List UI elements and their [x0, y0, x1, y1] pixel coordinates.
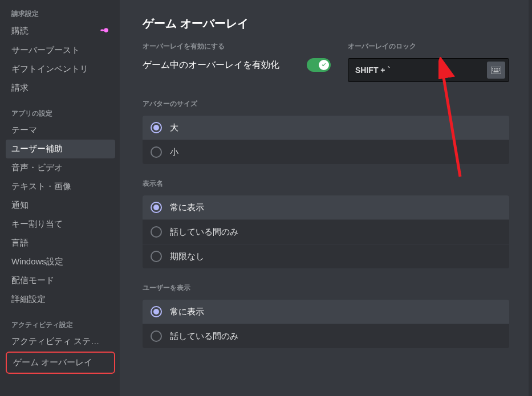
nitro-icon	[99, 25, 109, 37]
settings-content: ゲーム オーバーレイ オーバーレイを有効にする ゲーム中のオーバーレイを有効化 …	[120, 0, 532, 396]
enable-overlay-header: オーバーレイを有効にする	[143, 42, 331, 51]
sidebar-item-label: ゲーム オーバーレイ	[13, 357, 92, 368]
sidebar-item-advanced[interactable]: 詳細設定	[6, 290, 115, 309]
radio-icon	[151, 122, 162, 133]
sidebar-item-label: ギフトインベントリ	[11, 64, 88, 75]
avatar-size-option-small[interactable]: 小	[143, 140, 509, 164]
sidebar-item-notifications[interactable]: 通知	[6, 196, 115, 215]
sidebar-item-keybinds[interactable]: キー割り当て	[6, 215, 115, 234]
radio-label: 大	[170, 123, 178, 133]
svg-rect-1	[100, 30, 104, 31]
sidebar-item-label: アクティビティ ステ…	[11, 336, 99, 347]
section-header-app: アプリの設定	[6, 105, 115, 121]
radio-icon	[151, 226, 162, 238]
sidebar-item-label: 音声・ビデオ	[11, 162, 63, 173]
sidebar-item-activity-status[interactable]: アクティビティ ステ…	[6, 332, 115, 351]
sidebar-item-label: 購読	[11, 26, 29, 36]
annotation-highlight: ゲーム オーバーレイ	[6, 352, 115, 374]
svg-point-0	[104, 28, 108, 32]
keybind-value: SHIFT + `	[355, 66, 390, 75]
sidebar-item-label: サーバーブースト	[11, 45, 80, 56]
svg-rect-6	[497, 68, 498, 69]
sidebar-item-gift-inventory[interactable]: ギフトインベントリ	[6, 60, 115, 79]
radio-label: 常に表示	[170, 307, 204, 317]
display-name-option-speaking[interactable]: 話している間のみ	[143, 220, 509, 244]
radio-icon	[151, 330, 162, 342]
sidebar-item-label: 請求	[11, 83, 29, 93]
svg-rect-7	[499, 68, 500, 69]
sidebar-item-streamer-mode[interactable]: 配信モード	[6, 271, 115, 290]
toggle-knob	[319, 60, 329, 70]
show-users-radio-group: 常に表示 話している間のみ	[143, 300, 509, 348]
sidebar-item-text-image[interactable]: テキスト・画像	[6, 177, 115, 196]
radio-label: 小	[170, 147, 178, 158]
svg-rect-8	[492, 70, 493, 71]
section-header-billing: 請求設定	[6, 6, 115, 21]
sidebar-item-label: Windows設定	[11, 256, 63, 267]
sidebar-item-theme[interactable]: テーマ	[6, 121, 115, 140]
svg-rect-4	[494, 68, 495, 69]
sidebar-item-language[interactable]: 言語	[6, 234, 115, 252]
settings-sidebar: 請求設定 購読 サーバーブースト ギフトインベントリ 請求 アプリの設定 テーマ…	[0, 0, 120, 396]
radio-label: 話している間のみ	[170, 331, 238, 342]
sidebar-item-accessibility[interactable]: ユーザー補助	[6, 140, 115, 158]
sidebar-item-label: キー割り当て	[11, 219, 63, 230]
sidebar-item-voice-video[interactable]: 音声・ビデオ	[6, 158, 115, 177]
keyboard-icon	[491, 67, 501, 74]
section-header-activity: アクティビティ設定	[6, 317, 115, 332]
radio-label: 期限なし	[170, 251, 204, 262]
radio-icon	[151, 306, 162, 317]
avatar-size-header: アバターのサイズ	[143, 99, 509, 109]
sidebar-item-label: テーマ	[11, 125, 37, 136]
page-title: ゲーム オーバーレイ	[143, 16, 509, 31]
sidebar-item-label: 配信モード	[11, 275, 54, 286]
display-name-option-none[interactable]: 期限なし	[143, 244, 509, 268]
svg-rect-3	[492, 68, 493, 69]
svg-rect-5	[496, 68, 497, 69]
avatar-size-option-large[interactable]: 大	[143, 116, 509, 140]
enable-overlay-toggle[interactable]	[307, 58, 331, 72]
svg-rect-9	[494, 70, 495, 71]
svg-rect-13	[494, 71, 499, 72]
radio-icon	[151, 202, 162, 213]
sidebar-item-game-overlay[interactable]: ゲーム オーバーレイ	[7, 353, 113, 372]
keybind-record-button[interactable]	[487, 62, 505, 79]
sidebar-item-label: 通知	[11, 200, 29, 211]
avatar-size-radio-group: 大 小	[143, 116, 509, 164]
svg-rect-12	[499, 70, 500, 71]
sidebar-item-billing[interactable]: 請求	[6, 79, 115, 97]
overlay-lock-header: オーバーレイのロック	[348, 42, 509, 51]
enable-overlay-label: ゲーム中のオーバーレイを有効化	[143, 59, 279, 71]
radio-label: 常に表示	[170, 202, 204, 213]
display-name-option-always[interactable]: 常に表示	[143, 195, 509, 220]
sidebar-item-label: ユーザー補助	[11, 144, 63, 154]
svg-rect-11	[497, 70, 498, 71]
radio-label: 話している間のみ	[170, 227, 238, 238]
show-users-option-speaking[interactable]: 話している間のみ	[143, 324, 509, 348]
sidebar-item-label: 言語	[11, 238, 29, 248]
sidebar-item-label: テキスト・画像	[11, 181, 71, 192]
sidebar-item-server-boost[interactable]: サーバーブースト	[6, 41, 115, 60]
radio-icon	[151, 251, 162, 262]
sidebar-item-subscription[interactable]: 購読	[6, 21, 115, 41]
sidebar-item-label: 詳細設定	[11, 294, 46, 305]
overlay-lock-keybind[interactable]: SHIFT + `	[348, 58, 509, 82]
check-icon	[320, 62, 327, 68]
show-users-header: ユーザーを表示	[143, 283, 509, 293]
sidebar-item-windows-settings[interactable]: Windows設定	[6, 252, 115, 271]
display-name-header: 表示名	[143, 179, 509, 189]
display-name-radio-group: 常に表示 話している間のみ 期限なし	[143, 195, 509, 268]
show-users-option-always[interactable]: 常に表示	[143, 300, 509, 324]
radio-icon	[151, 146, 162, 158]
svg-rect-10	[496, 70, 497, 71]
